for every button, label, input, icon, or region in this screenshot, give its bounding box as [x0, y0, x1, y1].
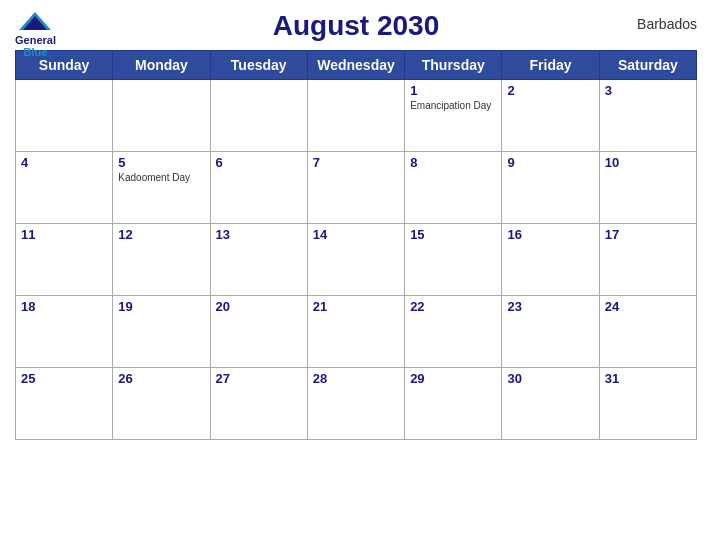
day-number: 24	[605, 299, 691, 314]
logo-icon	[17, 10, 53, 34]
calendar-cell-w1-d4	[307, 80, 404, 152]
calendar-cell-w4-d5: 22	[405, 296, 502, 368]
calendar-cell-w5-d7: 31	[599, 368, 696, 440]
calendar-cell-w3-d6: 16	[502, 224, 599, 296]
day-number: 19	[118, 299, 204, 314]
calendar-cell-w1-d7: 3	[599, 80, 696, 152]
calendar-cell-w4-d4: 21	[307, 296, 404, 368]
week-row-4: 18192021222324	[16, 296, 697, 368]
calendar-cell-w1-d3	[210, 80, 307, 152]
day-number: 20	[216, 299, 302, 314]
header-thursday: Thursday	[405, 51, 502, 80]
header-wednesday: Wednesday	[307, 51, 404, 80]
day-number: 3	[605, 83, 691, 98]
calendar-cell-w2-d1: 4	[16, 152, 113, 224]
day-number: 22	[410, 299, 496, 314]
day-number: 28	[313, 371, 399, 386]
calendar-cell-w3-d7: 17	[599, 224, 696, 296]
calendar-cell-w4-d3: 20	[210, 296, 307, 368]
day-number: 23	[507, 299, 593, 314]
calendar-cell-w2-d5: 8	[405, 152, 502, 224]
calendar-cell-w1-d5: 1Emancipation Day	[405, 80, 502, 152]
day-number: 13	[216, 227, 302, 242]
calendar-header: General Blue August 2030 Barbados	[15, 10, 697, 42]
calendar-cell-w5-d2: 26	[113, 368, 210, 440]
week-row-3: 11121314151617	[16, 224, 697, 296]
calendar-cell-w4-d2: 19	[113, 296, 210, 368]
calendar-cell-w3-d4: 14	[307, 224, 404, 296]
country-label: Barbados	[637, 16, 697, 32]
calendar-cell-w5-d6: 30	[502, 368, 599, 440]
calendar-cell-w1-d6: 2	[502, 80, 599, 152]
day-number: 10	[605, 155, 691, 170]
holiday-name: Kadooment Day	[118, 172, 204, 183]
holiday-name: Emancipation Day	[410, 100, 496, 111]
week-row-5: 25262728293031	[16, 368, 697, 440]
calendar-cell-w1-d2	[113, 80, 210, 152]
calendar-cell-w3-d1: 11	[16, 224, 113, 296]
week-row-1: 1Emancipation Day23	[16, 80, 697, 152]
calendar-container: General Blue August 2030 Barbados Sunday…	[0, 0, 712, 455]
day-number: 15	[410, 227, 496, 242]
logo-text-blue: Blue	[24, 46, 48, 58]
calendar-cell-w4-d1: 18	[16, 296, 113, 368]
day-number: 17	[605, 227, 691, 242]
day-number: 5	[118, 155, 204, 170]
day-number: 26	[118, 371, 204, 386]
day-number: 27	[216, 371, 302, 386]
header-tuesday: Tuesday	[210, 51, 307, 80]
header-monday: Monday	[113, 51, 210, 80]
calendar-cell-w3-d3: 13	[210, 224, 307, 296]
calendar-cell-w2-d3: 6	[210, 152, 307, 224]
calendar-cell-w5-d1: 25	[16, 368, 113, 440]
calendar-cell-w2-d4: 7	[307, 152, 404, 224]
day-number: 7	[313, 155, 399, 170]
calendar-cell-w4-d6: 23	[502, 296, 599, 368]
calendar-cell-w2-d7: 10	[599, 152, 696, 224]
day-number: 6	[216, 155, 302, 170]
day-number: 14	[313, 227, 399, 242]
day-number: 29	[410, 371, 496, 386]
day-number: 12	[118, 227, 204, 242]
day-number: 16	[507, 227, 593, 242]
day-number: 18	[21, 299, 107, 314]
calendar-title: August 2030	[15, 10, 697, 42]
calendar-cell-w2-d6: 9	[502, 152, 599, 224]
day-number: 11	[21, 227, 107, 242]
day-number: 31	[605, 371, 691, 386]
day-number: 1	[410, 83, 496, 98]
calendar-cell-w4-d7: 24	[599, 296, 696, 368]
header-friday: Friday	[502, 51, 599, 80]
calendar-table: Sunday Monday Tuesday Wednesday Thursday…	[15, 50, 697, 440]
week-row-2: 45Kadooment Day678910	[16, 152, 697, 224]
calendar-cell-w3-d2: 12	[113, 224, 210, 296]
calendar-cell-w2-d2: 5Kadooment Day	[113, 152, 210, 224]
day-number: 21	[313, 299, 399, 314]
month-year-heading: August 2030	[15, 10, 697, 42]
day-number: 4	[21, 155, 107, 170]
calendar-cell-w1-d1	[16, 80, 113, 152]
day-number: 30	[507, 371, 593, 386]
header-saturday: Saturday	[599, 51, 696, 80]
day-number: 8	[410, 155, 496, 170]
calendar-body: 1Emancipation Day2345Kadooment Day678910…	[16, 80, 697, 440]
calendar-cell-w5-d3: 27	[210, 368, 307, 440]
calendar-cell-w5-d4: 28	[307, 368, 404, 440]
day-number: 9	[507, 155, 593, 170]
calendar-cell-w5-d5: 29	[405, 368, 502, 440]
logo: General Blue	[15, 10, 56, 58]
day-number: 25	[21, 371, 107, 386]
logo-text-general: General	[15, 34, 56, 46]
day-number: 2	[507, 83, 593, 98]
weekday-header-row: Sunday Monday Tuesday Wednesday Thursday…	[16, 51, 697, 80]
calendar-cell-w3-d5: 15	[405, 224, 502, 296]
